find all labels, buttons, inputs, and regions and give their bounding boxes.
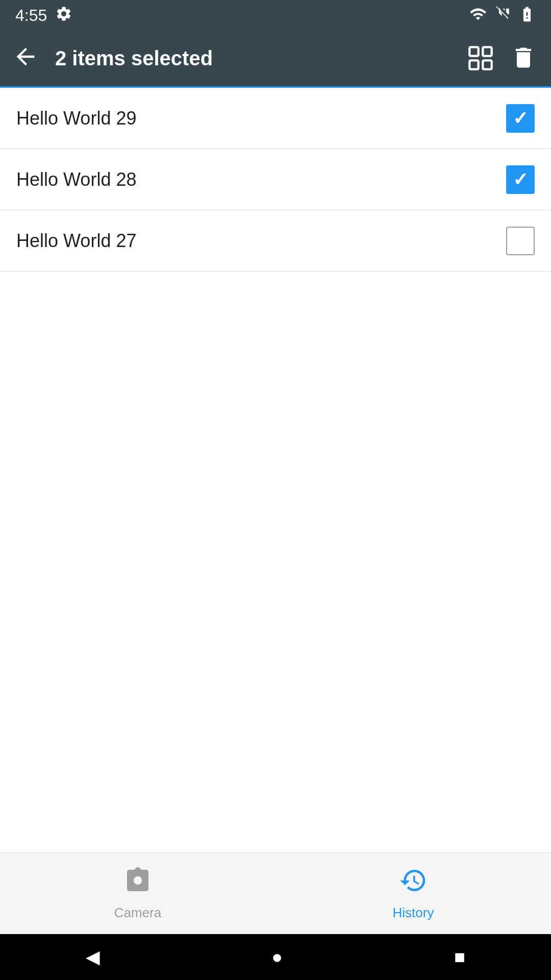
signal-icon	[494, 6, 511, 25]
list-item[interactable]: Hello World 28	[0, 149, 551, 210]
svg-rect-1	[483, 47, 491, 56]
app-bar-actions	[465, 42, 539, 74]
nav-item-camera[interactable]: Camera	[0, 866, 276, 921]
back-button[interactable]	[12, 43, 39, 74]
history-icon	[399, 866, 428, 901]
nav-label-history: History	[393, 905, 434, 921]
select-all-button[interactable]	[465, 43, 496, 74]
home-nav-button[interactable]: ●	[271, 946, 283, 968]
settings-icon	[55, 5, 72, 26]
list-item-label: Hello World 27	[16, 230, 136, 252]
battery-icon	[518, 6, 536, 25]
app-bar: 2 items selected	[0, 31, 551, 88]
status-right	[469, 6, 536, 25]
nav-item-history[interactable]: History	[276, 866, 551, 921]
status-time: 4:55	[15, 6, 47, 25]
list-item[interactable]: Hello World 27	[0, 210, 551, 272]
status-bar: 4:55	[0, 0, 551, 31]
list-container: Hello World 29 Hello World 28 Hello Worl…	[0, 88, 551, 852]
svg-rect-0	[469, 47, 478, 56]
nav-label-camera: Camera	[114, 905, 161, 921]
app-bar-title: 2 items selected	[55, 47, 449, 70]
svg-rect-3	[483, 61, 491, 69]
svg-rect-2	[469, 61, 478, 69]
back-nav-button[interactable]: ◀	[86, 946, 100, 968]
checkbox-item-2[interactable]	[506, 165, 535, 194]
delete-button[interactable]	[508, 42, 539, 74]
camera-icon	[123, 866, 152, 901]
list-item[interactable]: Hello World 29	[0, 88, 551, 149]
list-item-label: Hello World 28	[16, 169, 136, 190]
checkbox-item-1[interactable]	[506, 104, 535, 133]
status-left: 4:55	[15, 5, 72, 26]
wifi-icon	[469, 6, 487, 25]
recents-nav-button[interactable]: ■	[454, 946, 465, 968]
checkbox-item-3[interactable]	[506, 227, 535, 255]
system-nav-bar: ◀ ● ■	[0, 934, 551, 980]
bottom-nav: Camera History	[0, 852, 551, 934]
list-item-label: Hello World 29	[16, 108, 136, 129]
